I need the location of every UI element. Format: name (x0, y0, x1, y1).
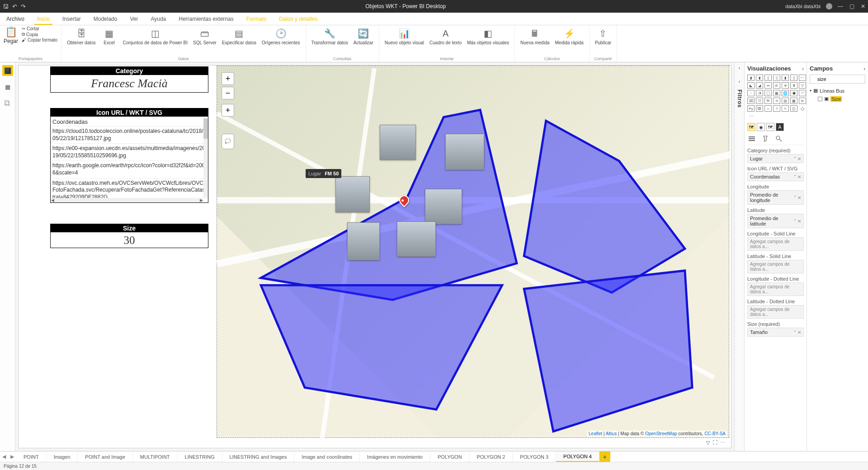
viz-line-col[interactable]: ⫘ (764, 82, 772, 89)
chevron-left-icon[interactable]: ‹ (739, 65, 741, 70)
undo-icon[interactable]: ↶ (12, 3, 17, 10)
redo-icon[interactable]: ↷ (21, 3, 26, 10)
viz-area[interactable]: ◣ (747, 82, 755, 89)
copy-button[interactable]: ⧉Copia (22, 32, 57, 37)
user-name[interactable]: dataXbi dataXbi (785, 4, 821, 9)
remove-icon[interactable]: ✕ (797, 195, 801, 200)
viz-ribbon[interactable]: ≋ (782, 82, 789, 89)
viz-stacked-area[interactable]: ◢ (756, 82, 763, 89)
viz-card[interactable]: ⌧ (747, 98, 755, 104)
remove-icon[interactable]: ✕ (797, 330, 801, 335)
osm-link[interactable]: OpenStreetMap (645, 431, 677, 436)
custom-viz-iconmap[interactable]: 🗺 (747, 123, 755, 131)
viz-matrix[interactable]: ▦ (790, 98, 797, 104)
well-category[interactable]: Lugar˅✕ (747, 154, 804, 163)
page-tab[interactable]: MULTIPOINT (133, 451, 178, 462)
field-item-size[interactable]: ▣ Size (810, 95, 865, 103)
map-visual[interactable]: + − + Lugar FM 50 Leaflet | Altius | Map… (217, 66, 729, 438)
viz-map[interactable]: 🌐 (782, 90, 789, 96)
more-visuals-button[interactable]: ◧Más objetos visuales (465, 26, 511, 46)
viz-waterfall[interactable]: ⬍ (790, 82, 797, 89)
model-view-button[interactable]: ⿻ (2, 98, 13, 108)
more-options-icon[interactable]: ⋯ (720, 440, 725, 446)
page-tab[interactable]: Imagen (47, 451, 78, 462)
tab-formato[interactable]: Formato (240, 13, 273, 25)
chevron-down-icon[interactable]: ˅ (794, 330, 796, 335)
tab-ver[interactable]: Ver (123, 13, 144, 25)
ccby-link[interactable]: CC-BY-SA (704, 431, 726, 436)
page-tab[interactable]: POLYGON (430, 451, 470, 462)
tab-modelado[interactable]: Modelado (87, 13, 124, 25)
page-tab[interactable]: Image and coordinates (294, 451, 360, 462)
maximize-icon[interactable]: ▢ (849, 3, 854, 9)
tab-inicio[interactable]: Inicio (31, 13, 56, 25)
checkbox[interactable] (818, 97, 822, 101)
page-tab[interactable]: LINESTRING and Images (222, 451, 295, 462)
chevron-down-icon[interactable]: ˅ (794, 156, 796, 161)
viz-treemap[interactable]: ▦ (773, 90, 780, 96)
format-tab[interactable] (761, 135, 770, 143)
viz-column-clustered[interactable]: ▯ (773, 75, 780, 81)
viz-funnel[interactable]: ▽ (799, 82, 806, 89)
new-visual-button[interactable]: 📊Nuevo objeto visual (383, 26, 426, 46)
textbox-button[interactable]: ACuadro de texto (428, 26, 463, 46)
analytics-tab[interactable] (774, 135, 783, 143)
viz-table[interactable]: ▤ (782, 98, 789, 104)
chevron-right-icon[interactable]: › (863, 66, 865, 71)
filters-pane[interactable]: ‹ ‹ Filtros (734, 62, 744, 451)
remove-icon[interactable]: ✕ (797, 174, 801, 179)
page-prev-button[interactable]: ◀ (0, 451, 8, 462)
viz-gauge[interactable]: ◠ (799, 90, 806, 96)
viz-py[interactable]: Py (747, 105, 755, 112)
custom-viz-3[interactable]: 🗺 (766, 123, 774, 131)
page-tab[interactable]: LINESTRING (178, 451, 222, 462)
custom-viz-4[interactable]: A (776, 123, 784, 131)
refresh-button[interactable]: 🔄Actualizar (352, 26, 375, 46)
scrollbar-vertical[interactable] (203, 118, 208, 198)
focus-icon[interactable]: ⛶ (712, 440, 717, 446)
format-painter-button[interactable]: 🖌Copiar formato (22, 38, 57, 42)
add-page-button[interactable]: + (599, 451, 610, 462)
avatar[interactable] (826, 3, 832, 9)
new-measure-button[interactable]: 🖩Nueva medida (519, 26, 551, 46)
viz-multi-card[interactable]: ☷ (756, 98, 763, 104)
well-lon[interactable]: Promedio de longitude˅✕ (747, 190, 804, 205)
cut-button[interactable]: ✂Cortar (22, 26, 57, 31)
search-input[interactable] (810, 75, 865, 84)
viz-bar-stacked[interactable]: ▮ (747, 75, 755, 81)
viz-bar-100[interactable]: ▮ (782, 75, 789, 81)
viz-paginated[interactable]: ◫ (790, 105, 797, 112)
enter-data-button[interactable]: ▤Especificar datos (220, 26, 258, 46)
card-icon[interactable]: Icon URL / WKT / SVG Coordenadas https:/… (50, 108, 208, 203)
viz-filled-map[interactable]: ⬢ (790, 90, 797, 96)
page-tab[interactable]: POLYGON 3 (513, 451, 556, 462)
data-view-button[interactable]: ▦ (2, 81, 13, 92)
zoom-alt-button[interactable]: + (222, 104, 234, 117)
well-lon-dot[interactable]: Agregar campos de datos a... (747, 282, 804, 296)
page-tab[interactable]: POLYGON 4 (556, 451, 599, 462)
leaflet-link[interactable]: Leaflet (589, 431, 602, 436)
viz-qna[interactable]: ? (773, 105, 780, 112)
page-tab[interactable]: Imágenes en movimiento (360, 451, 430, 462)
card-category[interactable]: Category Francesc Macià (50, 66, 208, 93)
paste-button[interactable]: 📋 Pegar (4, 26, 20, 44)
page-next-button[interactable]: ▶ (8, 451, 16, 462)
viz-slicer[interactable]: ⧈ (773, 98, 780, 104)
tab-insertar[interactable]: Insertar (56, 13, 87, 25)
chevron-down-icon[interactable]: ˅ (794, 174, 796, 179)
minimize-icon[interactable]: — (838, 3, 843, 9)
viz-column-100[interactable]: ▯ (790, 75, 797, 81)
well-lat[interactable]: Promedio de latitude˅✕ (747, 214, 804, 228)
page-tab[interactable]: POINT (16, 451, 47, 462)
chevron-left-icon[interactable]: ‹ (739, 79, 741, 84)
viz-kpi[interactable]: ⧉ (764, 98, 772, 104)
close-icon[interactable]: ✕ (861, 3, 865, 9)
tab-datos[interactable]: Datos y detalles (273, 13, 324, 25)
quick-measure-button[interactable]: ⚡Medida rápida (553, 26, 585, 46)
viz-line-col-stack[interactable]: ⫙ (773, 82, 780, 89)
scroll-thumb[interactable] (203, 118, 208, 139)
viz-pie[interactable]: ◔ (756, 90, 763, 96)
page-tab[interactable]: POLYGON 2 (470, 451, 513, 462)
viz-donut[interactable]: ◯ (764, 90, 772, 96)
viz-bar-clustered[interactable]: ▮ (756, 75, 763, 81)
